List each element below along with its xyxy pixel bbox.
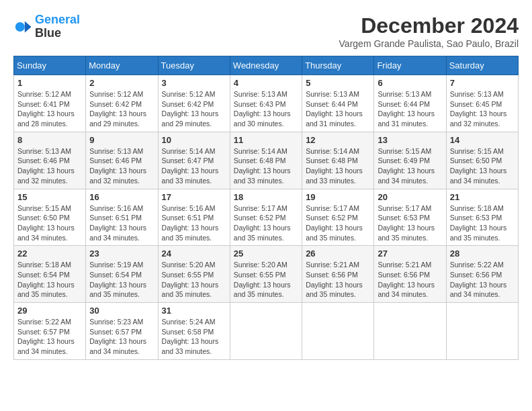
calendar-cell: 17 Sunrise: 5:16 AMSunset: 6:51 PMDaylig… [158, 189, 230, 246]
day-info: Sunrise: 5:17 AMSunset: 6:52 PMDaylight:… [234, 203, 298, 243]
calendar-cell: 8 Sunrise: 5:13 AMSunset: 6:46 PMDayligh… [14, 132, 86, 189]
day-info: Sunrise: 5:14 AMSunset: 6:48 PMDaylight:… [306, 146, 370, 186]
day-number: 16 [89, 192, 154, 202]
day-number: 3 [162, 78, 226, 88]
logo-icon [13, 17, 32, 36]
day-number: 25 [234, 248, 298, 259]
day-number: 24 [162, 248, 226, 259]
day-number: 6 [378, 78, 442, 88]
day-number: 8 [17, 135, 82, 145]
calendar-cell: 23 Sunrise: 5:19 AMSunset: 6:54 PMDaylig… [86, 246, 158, 303]
day-number: 27 [378, 248, 442, 259]
day-number: 18 [234, 192, 298, 202]
day-number: 26 [306, 248, 370, 259]
calendar-header-monday: Monday [86, 56, 158, 75]
calendar-header-sunday: Sunday [14, 56, 86, 75]
calendar-cell: 6 Sunrise: 5:13 AMSunset: 6:44 PMDayligh… [374, 75, 446, 132]
calendar-cell: 13 Sunrise: 5:15 AMSunset: 6:49 PMDaylig… [374, 132, 446, 189]
calendar-cell: 4 Sunrise: 5:13 AMSunset: 6:43 PMDayligh… [230, 75, 302, 132]
day-info: Sunrise: 5:24 AMSunset: 6:58 PMDaylight:… [162, 317, 226, 357]
calendar-cell: 11 Sunrise: 5:14 AMSunset: 6:48 PMDaylig… [230, 132, 302, 189]
calendar-header-saturday: Saturday [446, 56, 518, 75]
calendar-week-5: 29 Sunrise: 5:22 AMSunset: 6:57 PMDaylig… [14, 303, 519, 360]
calendar-cell: 20 Sunrise: 5:17 AMSunset: 6:53 PMDaylig… [374, 189, 446, 246]
calendar-cell: 21 Sunrise: 5:18 AMSunset: 6:53 PMDaylig… [446, 189, 518, 246]
calendar-header-tuesday: Tuesday [158, 56, 230, 75]
day-number: 31 [162, 306, 226, 316]
location: Vargem Grande Paulista, Sao Paulo, Brazi… [339, 38, 519, 49]
calendar-cell: 3 Sunrise: 5:12 AMSunset: 6:42 PMDayligh… [158, 75, 230, 132]
day-info: Sunrise: 5:23 AMSunset: 6:57 PMDaylight:… [89, 317, 154, 357]
day-info: Sunrise: 5:22 AMSunset: 6:57 PMDaylight:… [17, 317, 82, 357]
calendar-cell: 15 Sunrise: 5:15 AMSunset: 6:50 PMDaylig… [14, 189, 86, 246]
day-info: Sunrise: 5:17 AMSunset: 6:52 PMDaylight:… [306, 203, 370, 243]
calendar-cell: 14 Sunrise: 5:15 AMSunset: 6:50 PMDaylig… [446, 132, 518, 189]
title-block: December 2024 Vargem Grande Paulista, Sa… [339, 13, 519, 49]
day-number: 23 [89, 248, 154, 259]
day-info: Sunrise: 5:13 AMSunset: 6:43 PMDaylight:… [234, 89, 298, 129]
day-info: Sunrise: 5:13 AMSunset: 6:46 PMDaylight:… [89, 146, 154, 186]
day-info: Sunrise: 5:14 AMSunset: 6:48 PMDaylight:… [234, 146, 298, 186]
calendar-cell [374, 303, 446, 360]
day-info: Sunrise: 5:20 AMSunset: 6:55 PMDaylight:… [162, 260, 226, 300]
day-number: 29 [17, 306, 82, 316]
calendar-week-3: 15 Sunrise: 5:15 AMSunset: 6:50 PMDaylig… [14, 189, 519, 246]
day-number: 4 [234, 78, 298, 88]
day-number: 9 [89, 135, 154, 145]
logo: General Blue [13, 13, 80, 40]
day-number: 19 [306, 192, 370, 202]
calendar-cell: 12 Sunrise: 5:14 AMSunset: 6:48 PMDaylig… [302, 132, 374, 189]
day-info: Sunrise: 5:13 AMSunset: 6:45 PMDaylight:… [450, 89, 515, 129]
day-number: 30 [89, 306, 154, 316]
calendar-cell: 9 Sunrise: 5:13 AMSunset: 6:46 PMDayligh… [86, 132, 158, 189]
page-header: General Blue December 2024 Vargem Grande… [13, 13, 519, 49]
day-number: 10 [162, 135, 226, 145]
calendar-cell: 27 Sunrise: 5:21 AMSunset: 6:56 PMDaylig… [374, 246, 446, 303]
day-number: 11 [234, 135, 298, 145]
day-info: Sunrise: 5:12 AMSunset: 6:42 PMDaylight:… [162, 89, 226, 129]
calendar-cell: 25 Sunrise: 5:20 AMSunset: 6:55 PMDaylig… [230, 246, 302, 303]
calendar-header-thursday: Thursday [302, 56, 374, 75]
day-number: 28 [450, 248, 515, 259]
calendar-cell [302, 303, 374, 360]
day-info: Sunrise: 5:22 AMSunset: 6:56 PMDaylight:… [450, 260, 515, 300]
day-info: Sunrise: 5:15 AMSunset: 6:50 PMDaylight:… [450, 146, 515, 186]
calendar-cell: 19 Sunrise: 5:17 AMSunset: 6:52 PMDaylig… [302, 189, 374, 246]
calendar-cell: 26 Sunrise: 5:21 AMSunset: 6:56 PMDaylig… [302, 246, 374, 303]
day-number: 17 [162, 192, 226, 202]
day-number: 20 [378, 192, 442, 202]
calendar-cell [446, 303, 518, 360]
day-info: Sunrise: 5:16 AMSunset: 6:51 PMDaylight:… [89, 203, 154, 243]
calendar-cell: 24 Sunrise: 5:20 AMSunset: 6:55 PMDaylig… [158, 246, 230, 303]
day-info: Sunrise: 5:13 AMSunset: 6:44 PMDaylight:… [378, 89, 442, 129]
calendar-cell: 7 Sunrise: 5:13 AMSunset: 6:45 PMDayligh… [446, 75, 518, 132]
day-info: Sunrise: 5:17 AMSunset: 6:53 PMDaylight:… [378, 203, 442, 243]
day-info: Sunrise: 5:13 AMSunset: 6:44 PMDaylight:… [306, 89, 370, 129]
logo-text: General Blue [35, 13, 80, 40]
day-number: 15 [17, 192, 82, 202]
calendar-header-wednesday: Wednesday [230, 56, 302, 75]
calendar-header-friday: Friday [374, 56, 446, 75]
day-number: 7 [450, 78, 515, 88]
calendar-cell: 30 Sunrise: 5:23 AMSunset: 6:57 PMDaylig… [86, 303, 158, 360]
day-number: 14 [450, 135, 515, 145]
calendar-cell: 1 Sunrise: 5:12 AMSunset: 6:41 PMDayligh… [14, 75, 86, 132]
svg-point-0 [15, 22, 25, 32]
calendar-cell [230, 303, 302, 360]
calendar-week-1: 1 Sunrise: 5:12 AMSunset: 6:41 PMDayligh… [14, 75, 519, 132]
day-info: Sunrise: 5:14 AMSunset: 6:47 PMDaylight:… [162, 146, 226, 186]
day-info: Sunrise: 5:20 AMSunset: 6:55 PMDaylight:… [234, 260, 298, 300]
day-number: 5 [306, 78, 370, 88]
calendar-cell: 10 Sunrise: 5:14 AMSunset: 6:47 PMDaylig… [158, 132, 230, 189]
calendar-table: SundayMondayTuesdayWednesdayThursdayFrid… [13, 56, 519, 360]
day-info: Sunrise: 5:18 AMSunset: 6:54 PMDaylight:… [17, 260, 82, 300]
calendar-cell: 28 Sunrise: 5:22 AMSunset: 6:56 PMDaylig… [446, 246, 518, 303]
day-info: Sunrise: 5:16 AMSunset: 6:51 PMDaylight:… [162, 203, 226, 243]
calendar-cell: 16 Sunrise: 5:16 AMSunset: 6:51 PMDaylig… [86, 189, 158, 246]
day-info: Sunrise: 5:19 AMSunset: 6:54 PMDaylight:… [89, 260, 154, 300]
day-info: Sunrise: 5:13 AMSunset: 6:46 PMDaylight:… [17, 146, 82, 186]
day-info: Sunrise: 5:12 AMSunset: 6:42 PMDaylight:… [89, 89, 154, 129]
calendar-week-2: 8 Sunrise: 5:13 AMSunset: 6:46 PMDayligh… [14, 132, 519, 189]
day-info: Sunrise: 5:15 AMSunset: 6:50 PMDaylight:… [17, 203, 82, 243]
calendar-cell: 2 Sunrise: 5:12 AMSunset: 6:42 PMDayligh… [86, 75, 158, 132]
